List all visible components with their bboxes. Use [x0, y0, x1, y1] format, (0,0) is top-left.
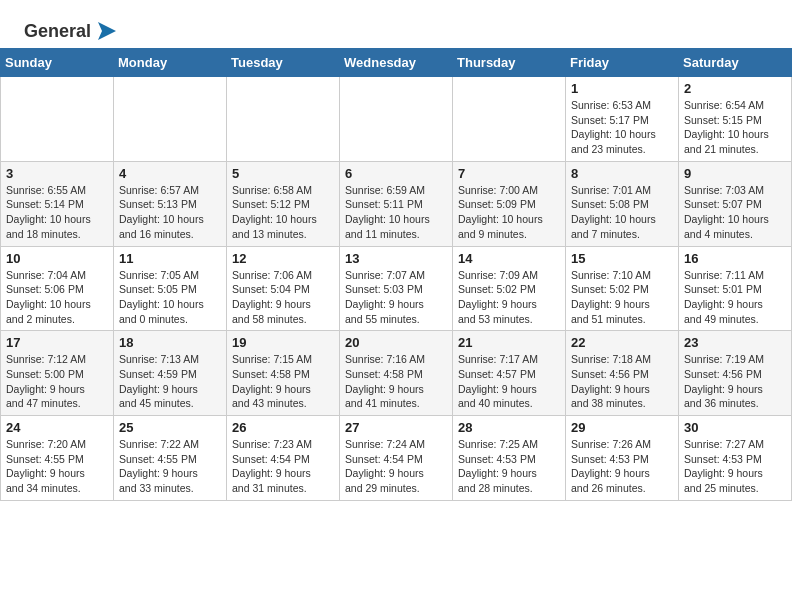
calendar-header: SundayMondayTuesdayWednesdayThursdayFrid… [1, 49, 792, 77]
calendar-cell: 14Sunrise: 7:09 AMSunset: 5:02 PMDayligh… [453, 246, 566, 331]
day-info: Sunrise: 7:13 AMSunset: 4:59 PMDaylight:… [119, 352, 221, 411]
day-info: Sunrise: 6:55 AMSunset: 5:14 PMDaylight:… [6, 183, 108, 242]
calendar-cell: 10Sunrise: 7:04 AMSunset: 5:06 PMDayligh… [1, 246, 114, 331]
day-info: Sunrise: 6:53 AMSunset: 5:17 PMDaylight:… [571, 98, 673, 157]
day-number: 10 [6, 251, 108, 266]
weekday-tuesday: Tuesday [227, 49, 340, 77]
week-row-4: 17Sunrise: 7:12 AMSunset: 5:00 PMDayligh… [1, 331, 792, 416]
day-number: 9 [684, 166, 786, 181]
day-number: 18 [119, 335, 221, 350]
day-number: 21 [458, 335, 560, 350]
day-info: Sunrise: 6:58 AMSunset: 5:12 PMDaylight:… [232, 183, 334, 242]
calendar-cell: 18Sunrise: 7:13 AMSunset: 4:59 PMDayligh… [114, 331, 227, 416]
day-number: 15 [571, 251, 673, 266]
calendar-cell: 6Sunrise: 6:59 AMSunset: 5:11 PMDaylight… [340, 161, 453, 246]
calendar-cell: 19Sunrise: 7:15 AMSunset: 4:58 PMDayligh… [227, 331, 340, 416]
day-info: Sunrise: 7:03 AMSunset: 5:07 PMDaylight:… [684, 183, 786, 242]
page-header: General [0, 0, 792, 48]
calendar-cell: 8Sunrise: 7:01 AMSunset: 5:08 PMDaylight… [566, 161, 679, 246]
day-info: Sunrise: 7:10 AMSunset: 5:02 PMDaylight:… [571, 268, 673, 327]
calendar-cell: 29Sunrise: 7:26 AMSunset: 4:53 PMDayligh… [566, 416, 679, 501]
day-info: Sunrise: 6:59 AMSunset: 5:11 PMDaylight:… [345, 183, 447, 242]
day-info: Sunrise: 7:26 AMSunset: 4:53 PMDaylight:… [571, 437, 673, 496]
day-info: Sunrise: 7:15 AMSunset: 4:58 PMDaylight:… [232, 352, 334, 411]
day-number: 3 [6, 166, 108, 181]
day-number: 22 [571, 335, 673, 350]
day-info: Sunrise: 7:17 AMSunset: 4:57 PMDaylight:… [458, 352, 560, 411]
calendar-cell: 22Sunrise: 7:18 AMSunset: 4:56 PMDayligh… [566, 331, 679, 416]
calendar-body: 1Sunrise: 6:53 AMSunset: 5:17 PMDaylight… [1, 77, 792, 501]
calendar-cell: 2Sunrise: 6:54 AMSunset: 5:15 PMDaylight… [679, 77, 792, 162]
calendar-cell: 23Sunrise: 7:19 AMSunset: 4:56 PMDayligh… [679, 331, 792, 416]
day-info: Sunrise: 7:00 AMSunset: 5:09 PMDaylight:… [458, 183, 560, 242]
calendar-cell: 26Sunrise: 7:23 AMSunset: 4:54 PMDayligh… [227, 416, 340, 501]
week-row-5: 24Sunrise: 7:20 AMSunset: 4:55 PMDayligh… [1, 416, 792, 501]
calendar-cell [1, 77, 114, 162]
day-number: 2 [684, 81, 786, 96]
weekday-wednesday: Wednesday [340, 49, 453, 77]
day-info: Sunrise: 7:16 AMSunset: 4:58 PMDaylight:… [345, 352, 447, 411]
calendar-cell: 16Sunrise: 7:11 AMSunset: 5:01 PMDayligh… [679, 246, 792, 331]
calendar-cell [227, 77, 340, 162]
day-number: 26 [232, 420, 334, 435]
weekday-header-row: SundayMondayTuesdayWednesdayThursdayFrid… [1, 49, 792, 77]
day-info: Sunrise: 7:01 AMSunset: 5:08 PMDaylight:… [571, 183, 673, 242]
day-number: 19 [232, 335, 334, 350]
day-number: 23 [684, 335, 786, 350]
day-number: 14 [458, 251, 560, 266]
calendar-cell: 7Sunrise: 7:00 AMSunset: 5:09 PMDaylight… [453, 161, 566, 246]
day-number: 17 [6, 335, 108, 350]
day-info: Sunrise: 7:12 AMSunset: 5:00 PMDaylight:… [6, 352, 108, 411]
day-number: 1 [571, 81, 673, 96]
day-number: 13 [345, 251, 447, 266]
day-number: 4 [119, 166, 221, 181]
day-number: 7 [458, 166, 560, 181]
day-info: Sunrise: 7:07 AMSunset: 5:03 PMDaylight:… [345, 268, 447, 327]
day-number: 29 [571, 420, 673, 435]
calendar-cell: 27Sunrise: 7:24 AMSunset: 4:54 PMDayligh… [340, 416, 453, 501]
day-number: 11 [119, 251, 221, 266]
calendar-cell: 20Sunrise: 7:16 AMSunset: 4:58 PMDayligh… [340, 331, 453, 416]
week-row-1: 1Sunrise: 6:53 AMSunset: 5:17 PMDaylight… [1, 77, 792, 162]
calendar-cell [114, 77, 227, 162]
day-info: Sunrise: 7:27 AMSunset: 4:53 PMDaylight:… [684, 437, 786, 496]
day-number: 20 [345, 335, 447, 350]
weekday-thursday: Thursday [453, 49, 566, 77]
week-row-2: 3Sunrise: 6:55 AMSunset: 5:14 PMDaylight… [1, 161, 792, 246]
week-row-3: 10Sunrise: 7:04 AMSunset: 5:06 PMDayligh… [1, 246, 792, 331]
calendar-cell: 30Sunrise: 7:27 AMSunset: 4:53 PMDayligh… [679, 416, 792, 501]
day-info: Sunrise: 6:54 AMSunset: 5:15 PMDaylight:… [684, 98, 786, 157]
day-info: Sunrise: 6:57 AMSunset: 5:13 PMDaylight:… [119, 183, 221, 242]
day-info: Sunrise: 7:25 AMSunset: 4:53 PMDaylight:… [458, 437, 560, 496]
day-info: Sunrise: 7:22 AMSunset: 4:55 PMDaylight:… [119, 437, 221, 496]
day-info: Sunrise: 7:09 AMSunset: 5:02 PMDaylight:… [458, 268, 560, 327]
day-number: 24 [6, 420, 108, 435]
day-number: 8 [571, 166, 673, 181]
calendar-cell: 13Sunrise: 7:07 AMSunset: 5:03 PMDayligh… [340, 246, 453, 331]
day-number: 6 [345, 166, 447, 181]
calendar-cell [453, 77, 566, 162]
day-info: Sunrise: 7:20 AMSunset: 4:55 PMDaylight:… [6, 437, 108, 496]
calendar-cell: 9Sunrise: 7:03 AMSunset: 5:07 PMDaylight… [679, 161, 792, 246]
calendar-table: SundayMondayTuesdayWednesdayThursdayFrid… [0, 48, 792, 501]
day-info: Sunrise: 7:19 AMSunset: 4:56 PMDaylight:… [684, 352, 786, 411]
day-number: 16 [684, 251, 786, 266]
day-number: 30 [684, 420, 786, 435]
weekday-saturday: Saturday [679, 49, 792, 77]
weekday-sunday: Sunday [1, 49, 114, 77]
day-info: Sunrise: 7:05 AMSunset: 5:05 PMDaylight:… [119, 268, 221, 327]
calendar-cell: 12Sunrise: 7:06 AMSunset: 5:04 PMDayligh… [227, 246, 340, 331]
weekday-monday: Monday [114, 49, 227, 77]
day-number: 5 [232, 166, 334, 181]
calendar-cell: 15Sunrise: 7:10 AMSunset: 5:02 PMDayligh… [566, 246, 679, 331]
calendar-cell: 21Sunrise: 7:17 AMSunset: 4:57 PMDayligh… [453, 331, 566, 416]
logo: General [24, 18, 120, 40]
day-number: 25 [119, 420, 221, 435]
calendar-cell: 24Sunrise: 7:20 AMSunset: 4:55 PMDayligh… [1, 416, 114, 501]
calendar-cell: 5Sunrise: 6:58 AMSunset: 5:12 PMDaylight… [227, 161, 340, 246]
calendar-cell: 1Sunrise: 6:53 AMSunset: 5:17 PMDaylight… [566, 77, 679, 162]
logo-general: General [24, 21, 91, 42]
day-info: Sunrise: 7:24 AMSunset: 4:54 PMDaylight:… [345, 437, 447, 496]
day-number: 12 [232, 251, 334, 266]
calendar-cell: 3Sunrise: 6:55 AMSunset: 5:14 PMDaylight… [1, 161, 114, 246]
